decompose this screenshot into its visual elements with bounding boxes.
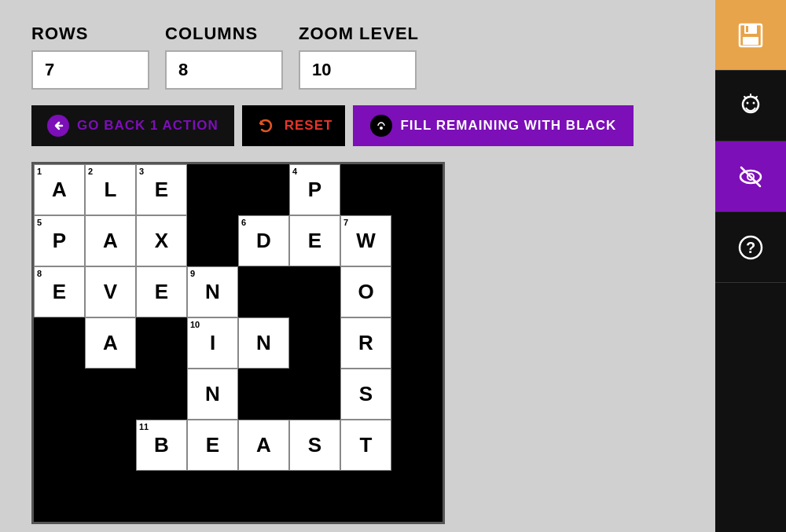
zoom-label: ZOOM LEVEL [299,24,419,44]
cell-letter: E [53,280,66,304]
grid-cell[interactable]: R [340,317,391,369]
cell-letter: N [256,331,271,355]
grid-cell[interactable]: S [289,420,340,471]
grid-cell[interactable]: 10I [187,317,238,369]
grid-cell[interactable] [391,369,443,420]
rows-group: ROWS [31,24,149,90]
grid-cell[interactable] [238,164,289,215]
cell-number: 6 [241,218,246,227]
fill-icon [370,115,392,137]
grid-cell[interactable]: 1A [34,164,85,215]
grid-cell[interactable]: 3E [136,164,187,215]
grid-cell[interactable] [238,471,289,522]
grid-cell[interactable]: 6D [238,215,289,266]
grid-cell[interactable]: A [238,420,289,471]
cols-input[interactable] [165,50,283,90]
back-button-label: GO BACK 1 ACTION [77,118,219,134]
grid-cell[interactable]: 8E [34,266,85,317]
cell-number: 7 [343,218,348,227]
grid-cell[interactable]: N [238,317,289,369]
fill-button-label: FILL REMAINING WITH BLACK [400,118,616,134]
grid-cell[interactable] [289,369,340,420]
cell-number: 11 [139,422,149,431]
sidebar-mind-button[interactable] [715,71,786,141]
grid-cell[interactable] [187,215,238,266]
grid-cell[interactable]: 4P [289,164,340,215]
grid-cell[interactable] [136,317,187,369]
reset-icon [255,115,277,137]
cell-letter: W [356,229,376,253]
reset-button[interactable]: RESET [242,105,346,146]
sidebar-eye-button[interactable] [715,141,786,212]
grid-cell[interactable] [340,471,391,522]
grid-cell[interactable]: 5P [34,215,85,266]
grid-cell[interactable] [34,369,85,420]
cell-number: 3 [139,167,144,176]
grid-cell[interactable] [289,317,340,369]
grid-cell[interactable]: O [340,266,391,317]
cell-letter: A [256,433,271,457]
grid-cell[interactable]: V [85,266,136,317]
sidebar-help-button[interactable]: ? [715,212,786,283]
grid-row: 11BEAST [34,420,443,471]
main-area: ROWS COLUMNS ZOOM LEVEL GO BACK 1 ACTION [0,0,715,532]
grid-cell[interactable]: E [187,420,238,471]
grid-cell[interactable]: 7W [340,215,391,266]
grid-cell[interactable]: 11B [136,420,187,471]
back-icon [47,115,69,137]
grid-cell[interactable] [85,369,136,420]
cell-letter: N [205,382,220,406]
cell-letter: O [358,280,373,304]
svg-rect-5 [743,37,758,45]
grid-cell[interactable] [34,471,85,522]
grid-cell[interactable]: 9N [187,266,238,317]
grid-cell[interactable] [187,164,238,215]
grid-cell[interactable] [136,369,187,420]
grid-cell[interactable]: E [136,266,187,317]
grid-cell[interactable]: 2L [85,164,136,215]
grid-cell[interactable] [238,266,289,317]
buttons-row: GO BACK 1 ACTION RESET FILL REMAINING WI… [31,105,684,146]
cell-letter: S [308,433,321,457]
cell-letter: X [155,229,168,253]
grid-cell[interactable] [238,369,289,420]
grid-cell[interactable] [391,164,443,215]
grid-row: 5PAX6DE7W [34,215,443,266]
grid-cell[interactable] [289,471,340,522]
zoom-input[interactable] [299,50,417,90]
grid-cell[interactable] [391,215,443,266]
grid-cell[interactable]: A [85,215,136,266]
cell-letter: E [206,433,219,457]
grid-cell[interactable] [391,266,443,317]
cell-letter: E [155,178,168,202]
grid-row: 8EVE9NO [34,266,443,317]
grid-cell[interactable] [391,317,443,369]
go-back-button[interactable]: GO BACK 1 ACTION [31,105,234,146]
fill-black-button[interactable]: FILL REMAINING WITH BLACK [353,105,634,146]
grid-cell[interactable] [340,164,391,215]
grid-cell[interactable]: X [136,215,187,266]
grid-cell[interactable]: N [187,369,238,420]
grid-row: A10INR [34,317,443,369]
cell-letter: A [103,229,118,253]
grid-cell[interactable]: T [340,420,391,471]
grid-cell[interactable] [34,317,85,369]
grid-cell[interactable]: E [289,215,340,266]
grid-cell[interactable] [289,266,340,317]
cell-number: 10 [190,320,200,329]
sidebar-save-button[interactable] [715,0,786,71]
cell-letter: L [105,178,117,202]
grid-cell[interactable]: A [85,317,136,369]
grid-cell[interactable]: S [340,369,391,420]
cell-letter: A [52,178,67,202]
grid-cell[interactable] [85,471,136,522]
svg-point-9 [753,101,755,104]
grid-cell[interactable] [34,420,85,471]
grid-cell[interactable] [136,471,187,522]
grid-cell[interactable] [391,471,443,522]
rows-input[interactable] [31,50,149,90]
grid-cell[interactable] [187,471,238,522]
cell-letter: P [308,178,321,202]
grid-cell[interactable] [85,420,136,471]
grid-cell[interactable] [391,420,443,471]
